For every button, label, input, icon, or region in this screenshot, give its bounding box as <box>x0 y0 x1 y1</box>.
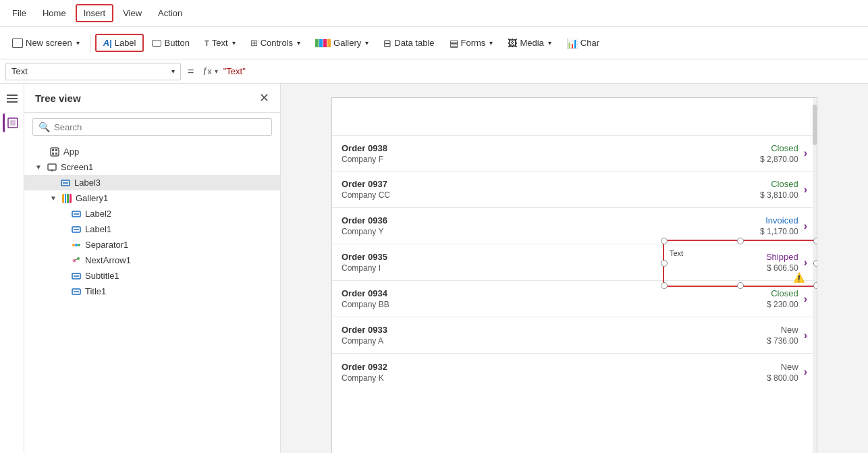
chart-button[interactable]: 📊 Char <box>560 35 606 51</box>
tree-close-button[interactable]: ✕ <box>259 90 269 105</box>
formula-x-label: x <box>207 66 212 76</box>
forms-button[interactable]: ▤ Forms ▾ <box>443 35 500 51</box>
row-content: Order 0936 Company Y <box>342 215 744 236</box>
gallery1-expand-icon[interactable]: ▼ <box>50 194 57 202</box>
row-amount: $ 1,170.00 <box>760 227 798 236</box>
new-screen-label: New screen <box>26 38 72 48</box>
button-icon <box>152 40 161 47</box>
row-chevron-icon: › <box>804 220 807 232</box>
tree-item-label1-label: Label1 <box>85 224 111 234</box>
row-chevron-icon: › <box>804 329 807 342</box>
formula-fx-area: f x ▾ <box>200 66 220 77</box>
text-button[interactable]: T Text ▾ <box>198 35 242 51</box>
svg-rect-10 <box>48 164 56 170</box>
tree-item-separator1[interactable]: Separator1 <box>24 237 280 252</box>
tree-search-input[interactable] <box>54 122 266 132</box>
tree-item-label3[interactable]: Label3 <box>24 175 280 190</box>
svg-rect-9 <box>55 153 57 155</box>
datatable-button[interactable]: ⊟ Data table <box>377 35 441 51</box>
row-right: New $ 800.00 <box>744 362 798 383</box>
screen-icon <box>47 163 57 172</box>
app-icon <box>50 147 59 157</box>
label-btn-label: Label <box>115 38 136 48</box>
svg-rect-2 <box>7 101 18 103</box>
menu-insert[interactable]: Insert <box>76 4 114 22</box>
table-row[interactable]: Order 0933 Company A New $ 736.00 › <box>332 317 817 354</box>
row-status: Invoiced <box>744 215 798 225</box>
tree-panel: Tree view ✕ 🔍 App ▼ Screen1 <box>24 84 281 453</box>
row-content: Order 0935 Company I <box>342 252 744 273</box>
row-chevron-icon: › <box>804 147 807 159</box>
row-amount: $ 230.00 <box>767 300 798 309</box>
sidebar-icons <box>0 84 24 453</box>
screen1-expand-icon[interactable]: ▼ <box>35 163 42 171</box>
controls-button[interactable]: ⊞ Controls ▾ <box>244 35 307 51</box>
menu-file[interactable]: File <box>5 5 33 21</box>
button-button[interactable]: Button <box>145 35 196 51</box>
tree-item-title1[interactable]: Title1 <box>24 284 280 299</box>
table-row[interactable]: Order 0932 Company K New $ 800.00 › <box>332 354 817 390</box>
gallery-color-icon <box>62 194 72 203</box>
tree-item-screen1-label: Screen1 <box>61 162 93 172</box>
tree-item-gallery1[interactable]: ▼ Gallery1 <box>24 190 280 206</box>
tree-item-nextarrow1[interactable]: NextArrow1 <box>24 252 280 268</box>
separator-icon <box>72 240 81 250</box>
row-right: Closed $ 2,870.00 <box>744 143 798 164</box>
tree-item-label2[interactable]: Label2 <box>24 206 280 221</box>
gallery-btn-label: Gallery <box>333 38 361 48</box>
table-row[interactable]: Order 0937 Company CC Closed $ 3,810.00 … <box>332 171 817 208</box>
tree-items: App ▼ Screen1 Label3 ▼ <box>24 141 280 453</box>
text-btn-label: Text <box>212 38 228 48</box>
svg-point-21 <box>78 244 80 246</box>
tree-item-app[interactable]: App <box>24 144 280 159</box>
tree-item-screen1[interactable]: ▼ Screen1 <box>24 159 280 175</box>
table-row[interactable]: Order 0936 Company Y Invoiced $ 1,170.00… <box>332 208 817 244</box>
row-status: Closed <box>744 143 798 153</box>
media-chevron: ▾ <box>548 39 551 47</box>
formula-value: "Text" <box>223 66 246 76</box>
formula-bar: Text ▾ = f x ▾ "Text" <box>0 59 868 84</box>
datatable-icon: ⊟ <box>383 38 391 49</box>
row-company: Company BB <box>342 300 744 309</box>
tree-item-subtitle1[interactable]: Subtitle1 <box>24 268 280 284</box>
table-row[interactable]: Order 0935 Company I Shipped $ 606.50 › <box>332 244 817 281</box>
hamburger-menu-icon[interactable] <box>3 89 22 108</box>
forms-icon: ▤ <box>450 38 458 49</box>
gallery-scrollbar[interactable] <box>813 98 817 453</box>
table-row[interactable]: Order 0934 Company BB Closed $ 230.00 › <box>332 281 817 317</box>
svg-rect-8 <box>52 153 54 155</box>
chart-icon: 📊 <box>566 38 578 49</box>
gallery-scrollbar-thumb[interactable] <box>813 105 817 145</box>
label3-icon <box>61 178 70 188</box>
row-order: Order 0932 <box>342 362 744 372</box>
layers-icon[interactable] <box>3 113 22 132</box>
formula-dropdown[interactable]: Text ▾ <box>5 63 181 80</box>
media-btn-label: Media <box>520 38 543 48</box>
menu-home[interactable]: Home <box>36 5 73 21</box>
formula-dropdown-chevron: ▾ <box>171 68 175 75</box>
gallery-button[interactable]: Gallery ▾ <box>308 35 375 51</box>
svg-rect-7 <box>55 149 57 151</box>
tree-item-label1[interactable]: Label1 <box>24 221 280 237</box>
app-canvas[interactable]: Text ⚠️ Order 0938 Company F Closed $ 2,… <box>331 97 817 453</box>
toolbar: New screen ▾ A| Label Button T Text ▾ ⊞ … <box>0 27 868 59</box>
row-order: Order 0936 <box>342 215 744 225</box>
media-button[interactable]: 🖼 Media ▾ <box>501 35 558 51</box>
row-order: Order 0934 <box>342 288 744 298</box>
new-screen-button[interactable]: New screen ▾ <box>5 35 86 51</box>
svg-point-19 <box>72 244 75 246</box>
row-order: Order 0937 <box>342 179 744 189</box>
tree-search-box[interactable]: 🔍 <box>32 118 272 136</box>
row-content: Order 0937 Company CC <box>342 179 744 200</box>
menu-view[interactable]: View <box>116 5 148 21</box>
menu-action[interactable]: Action <box>151 5 189 21</box>
nextarrow-icon <box>72 256 81 265</box>
tree-item-gallery1-label: Gallery1 <box>76 193 108 203</box>
table-row[interactable]: Order 0938 Company F Closed $ 2,870.00 › <box>332 135 817 171</box>
row-order: Order 0933 <box>342 325 744 335</box>
canvas-area: Text ⚠️ Order 0938 Company F Closed $ 2,… <box>281 84 868 453</box>
tree-header: Tree view ✕ <box>24 84 280 113</box>
tree-item-nextarrow1-label: NextArrow1 <box>85 255 131 265</box>
svg-point-20 <box>75 244 78 246</box>
label-button[interactable]: A| Label <box>95 34 144 52</box>
